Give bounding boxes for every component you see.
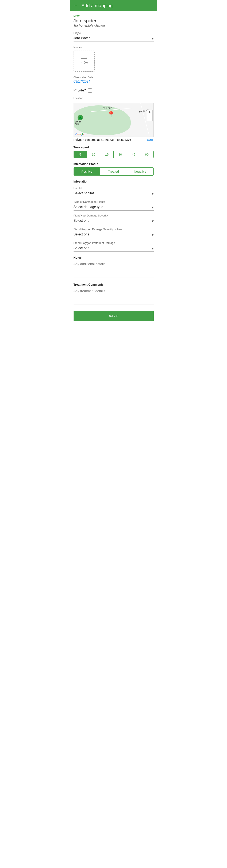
plant-damage-label: Plant/Host Damage Severity [73,214,154,217]
project-label: Project [73,32,154,35]
time-grid: 5 10 15 30 45 60 [73,151,154,158]
status-negative-button[interactable]: Negative [127,167,153,175]
park-icon: 🌲 [77,115,83,120]
zoom-out-button[interactable]: − [147,115,152,121]
notes-label: Notes [73,256,154,259]
time-cell-5[interactable]: 5 [74,151,87,158]
zoom-in-button[interactable]: + [147,110,152,115]
treatment-comments-label: Treatment Comments [73,283,154,286]
plant-damage-select-wrapper: Select one ▾ [73,218,154,224]
damage-type-select-wrapper: Select damage type ▾ [73,204,154,211]
location-label: Location [73,97,154,100]
habitat-select-wrapper: Select habitat ▾ [73,190,154,197]
add-image-icon [79,56,89,66]
habitat-select[interactable]: Select habitat [73,190,154,196]
notes-section: Notes [73,256,154,279]
map-background: 12th St E Prince Ave 🌲 City ofPark 📍 Goo… [74,103,154,136]
infestation-status-section: Infestation Status Positive Treated Nega… [73,162,154,176]
time-cell-45[interactable]: 45 [127,151,140,158]
project-select-wrapper: Joro Watch ▾ [73,35,154,42]
zoom-controls: + − [147,110,153,121]
species-latin-name: Trichonephila clavata [73,24,154,27]
map-marker-icon: 📍 [107,111,115,118]
stand-damage-pattern-select[interactable]: Select one [73,245,154,251]
treatment-comments-input[interactable] [73,288,154,305]
infestation-status-group: Positive Treated Negative [73,167,154,176]
stand-damage-severity-select[interactable]: Select one [73,231,154,237]
map-container[interactable]: 12th St E Prince Ave 🌲 City ofPark 📍 Goo… [73,103,154,137]
habitat-label: Habitat [73,187,154,190]
time-cell-60[interactable]: 60 [140,151,153,158]
private-checkbox[interactable] [88,88,92,93]
treatment-comments-section: Treatment Comments [73,283,154,306]
time-cell-30[interactable]: 30 [114,151,127,158]
private-row: Private? [73,88,154,93]
time-spent-section: Time spent 5 10 15 30 45 60 [73,146,154,158]
project-select[interactable]: Joro Watch [73,35,154,41]
time-cell-15[interactable]: 15 [100,151,114,158]
stand-damage-severity-select-wrapper: Select one ▾ [73,231,154,238]
save-button[interactable]: SAVE [73,311,154,321]
google-logo: Google [75,132,84,136]
page-title: Add a mapping [82,3,113,8]
plant-damage-select[interactable]: Select one [73,218,154,223]
park-text: City ofPark [75,121,81,125]
damage-type-label: Type of Damage to Plants [73,200,154,204]
time-spent-label: Time spent [73,146,154,149]
notes-input[interactable] [73,261,154,278]
infestation-label: Infestation [73,180,154,183]
polygon-info-text: Polygon centered at 31.461833, -83.50137… [73,138,131,142]
stand-damage-pattern-select-wrapper: Select one ▾ [73,245,154,252]
stand-damage-pattern-label: Stand/Polygon Pattern of Damage [73,241,154,245]
time-cell-10[interactable]: 10 [87,151,100,158]
map-info: Polygon centered at 31.461833, -83.50137… [73,138,154,142]
header: ← Add a mapping [70,0,157,11]
park-shape [73,105,131,135]
status-positive-button[interactable]: Positive [74,167,100,175]
edit-location-button[interactable]: EDIT [147,138,154,142]
observation-date-value[interactable]: 03/17/2024 [73,80,154,85]
content: NEW Joro spider Trichonephila clavata Pr… [70,11,157,324]
road-h-label: 12th St E [103,107,112,110]
status-badge: NEW [73,15,154,18]
infestation-section: Infestation Habitat Select habitat ▾ Typ… [73,180,154,252]
stand-damage-severity-label: Stand/Polygon Damage Severity in Area [73,228,154,231]
status-treated-button[interactable]: Treated [100,167,127,175]
back-button[interactable]: ← [73,3,78,8]
private-label: Private? [73,89,86,92]
damage-type-select[interactable]: Select damage type [73,204,154,210]
infestation-status-label: Infestation Status [73,162,154,166]
observation-date-label: Observation Date [73,76,154,79]
images-label: Images [73,46,154,49]
species-common-name: Joro spider [73,18,154,24]
add-image-button[interactable] [73,51,95,72]
